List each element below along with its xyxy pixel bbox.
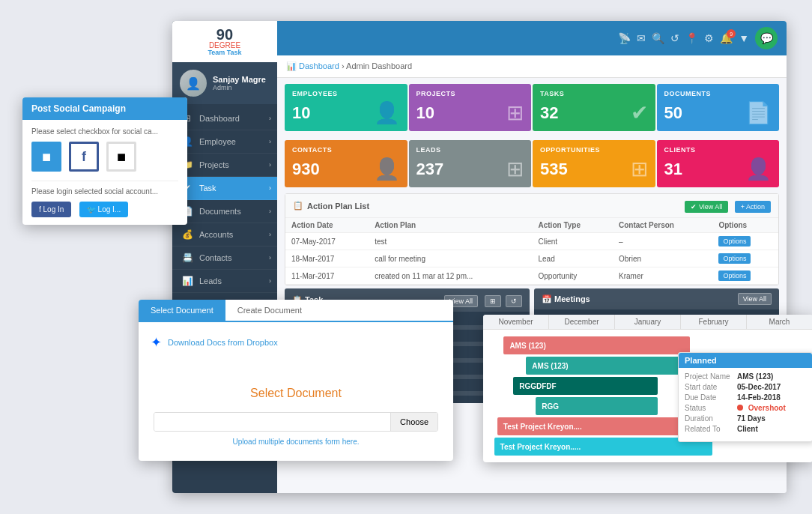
leads-count: 237: [416, 160, 444, 179]
contacts-icon: 📇: [181, 253, 193, 263]
contacts-stat-icon: 👤: [374, 157, 400, 181]
stat-employees[interactable]: EMPLOYEES 10 👤: [285, 84, 407, 131]
sidebar-item-task[interactable]: ✔ Task ›: [172, 177, 277, 200]
social-campaign-window: Post Social Campaign Please select check…: [22, 97, 187, 225]
gantt-month-jan: January: [615, 315, 681, 329]
row1-person: –: [613, 233, 712, 250]
employees-count: 10: [292, 103, 310, 123]
action-button[interactable]: + Action: [735, 201, 771, 213]
sidebar-item-employee[interactable]: 👤 Employee ›: [172, 130, 277, 154]
mail-icon[interactable]: ✉: [637, 32, 646, 44]
stat-leads[interactable]: LEADS 237 ⊞: [409, 140, 532, 187]
stat-clients[interactable]: CLIENTS 31 👤: [657, 140, 780, 187]
clients-count: 31: [664, 160, 682, 179]
rss-icon[interactable]: 📡: [618, 32, 631, 44]
gantt-bar-ams1[interactable]: AMS (123): [503, 336, 689, 354]
gantt-overlay: November December January February March…: [483, 315, 812, 462]
meetings-panel-title: 📅 Meetings: [542, 294, 590, 304]
settings-icon[interactable]: ⚙: [704, 32, 714, 44]
clients-stat-icon: 👤: [745, 157, 772, 181]
row2-options-button[interactable]: Options: [718, 253, 751, 264]
stat-tasks[interactable]: TASKS 32 ✔: [533, 84, 655, 131]
table-row: 07-May-2017 test Client – Options: [285, 233, 778, 250]
dropdown-icon[interactable]: ▼: [739, 32, 749, 44]
col-action-date: Action Date: [285, 218, 369, 233]
breadcrumb: 📊 Dashboard › Admin Dashboard: [277, 55, 787, 78]
gantt-bar-test1[interactable]: Test Project Kreyon....: [497, 417, 696, 435]
tab-create-document[interactable]: Create Document: [225, 300, 314, 321]
profile-role: Admin: [213, 84, 266, 91]
gantt-month-mar: March: [747, 315, 812, 329]
dropbox-icon: ✦: [151, 334, 162, 351]
row2-plan: call for meeting: [369, 250, 532, 267]
notification-icon[interactable]: 🔔 9: [720, 32, 733, 44]
stat-projects[interactable]: PROJECTS 10 ⊞: [409, 84, 532, 131]
gantt-bar-rggdfdf[interactable]: RGGDFDF: [513, 377, 658, 395]
breadcrumb-current: Admin Dashboard: [346, 61, 412, 70]
square2-icon-btn[interactable]: ■: [106, 142, 136, 172]
row1-options-button[interactable]: Options: [718, 236, 751, 247]
row3-plan: created on 11 mar at 12 pm...: [369, 267, 532, 285]
action-view-all-button[interactable]: ✔ View All: [685, 201, 728, 213]
dropbox-row[interactable]: ✦ Download Docs from Dropbox: [151, 334, 441, 351]
gantt-month-dec: December: [549, 315, 615, 329]
chat-button[interactable]: 💬: [755, 27, 778, 49]
header-icons: 📡 ✉ 🔍 ↺ 📍 ⚙ 🔔 9 ▼ 💬: [618, 27, 778, 49]
col-options: Options: [712, 218, 778, 233]
action-plan-title: 📋 Action Plan List: [293, 201, 369, 211]
gantt-body: AMS (123) AMS (123) RGGDFDF RGG Test Pro…: [483, 330, 812, 462]
search-icon[interactable]: 🔍: [652, 32, 664, 44]
tab-select-document[interactable]: Select Document: [139, 300, 225, 321]
gantt-month-nov: November: [483, 315, 549, 329]
facebook-icon-btn[interactable]: f: [69, 142, 99, 172]
row1-date: 07-May-2017: [285, 233, 369, 250]
task-refresh-button[interactable]: ↺: [506, 295, 522, 307]
col-action-plan: Action Plan: [369, 218, 532, 233]
task-toggle-button[interactable]: ⊞: [485, 295, 501, 307]
sidebar-item-accounts[interactable]: 💰 Accounts ›: [172, 223, 277, 247]
sidebar-item-contacts[interactable]: 📇 Contacts ›: [172, 247, 277, 270]
file-choose-button[interactable]: Choose: [390, 413, 437, 431]
opportunities-count: 535: [540, 160, 568, 179]
row1-plan: test: [369, 233, 532, 250]
row2-date: 18-Mar-2017: [285, 250, 369, 267]
sidebar-item-leads[interactable]: 📊 Leads ›: [172, 270, 277, 293]
sidebar-item-dashboard[interactable]: ⊞ Dashboard ›: [172, 107, 277, 130]
select-doc-section: Select Document Choose Upload multiple d…: [139, 372, 453, 461]
social-campaign-header: Post Social Campaign: [22, 97, 187, 120]
accounts-icon: 💰: [181, 229, 193, 240]
stat-opportunities[interactable]: OPPORTUNITIES 535 ⊞: [533, 140, 655, 187]
action-plan-section: 📋 Action Plan List ✔ View All + Action A…: [285, 193, 779, 285]
sidebar-profile: 👤 Sanjay Magre Admin: [172, 62, 277, 104]
documents-stat-icon: 📄: [745, 100, 772, 125]
stats-row-1: EMPLOYEES 10 👤 PROJECTS 10 ⊞ TASKS 32 ✔: [277, 78, 787, 134]
sidebar-item-documents[interactable]: 📄 Documents ›: [172, 200, 277, 223]
location-icon[interactable]: 📍: [685, 32, 698, 44]
main-header: 📡 ✉ 🔍 ↺ 📍 ⚙ 🔔 9 ▼ 💬: [277, 21, 787, 55]
twitter-login-button[interactable]: 🐦 Log I...: [79, 202, 128, 217]
social-label-2: Please login selected social account...: [31, 187, 178, 196]
social-icons-row: ■ f ■: [31, 142, 178, 172]
sidebar-item-projects[interactable]: 📁 Projects ›: [172, 154, 277, 177]
col-contact-person: Contact Person: [613, 218, 712, 233]
opportunities-stat-icon: ⊞: [631, 157, 648, 181]
gantt-bar-rgg[interactable]: RGG: [536, 397, 658, 415]
leads-icon: 📊: [181, 276, 193, 286]
stat-contacts[interactable]: CONTACTS 930 👤: [285, 140, 407, 187]
facebook-login-button[interactable]: f Log In: [31, 202, 71, 217]
document-window: Select Document Create Document ✦ Downlo…: [139, 300, 453, 461]
refresh-icon[interactable]: ↺: [670, 32, 679, 44]
square-icon-btn[interactable]: ■: [31, 142, 61, 172]
row2-type: Lead: [533, 250, 613, 267]
row3-options-button[interactable]: Options: [718, 270, 751, 281]
logo-subtitle: Team Task: [207, 49, 241, 56]
stat-documents[interactable]: DOCUMENTS 50 📄: [657, 84, 780, 131]
meetings-view-all-button[interactable]: View All: [738, 293, 772, 305]
file-input-field[interactable]: [154, 413, 390, 431]
doc-tabs: Select Document Create Document: [139, 300, 453, 322]
col-action-type: Action Type: [533, 218, 613, 233]
gantt-bar-ams2[interactable]: AMS (123): [526, 357, 686, 375]
leads-stat-icon: ⊞: [506, 157, 524, 181]
breadcrumb-dashboard[interactable]: 📊 Dashboard: [286, 61, 339, 70]
upload-link[interactable]: Upload multiple documents form here.: [154, 438, 438, 446]
